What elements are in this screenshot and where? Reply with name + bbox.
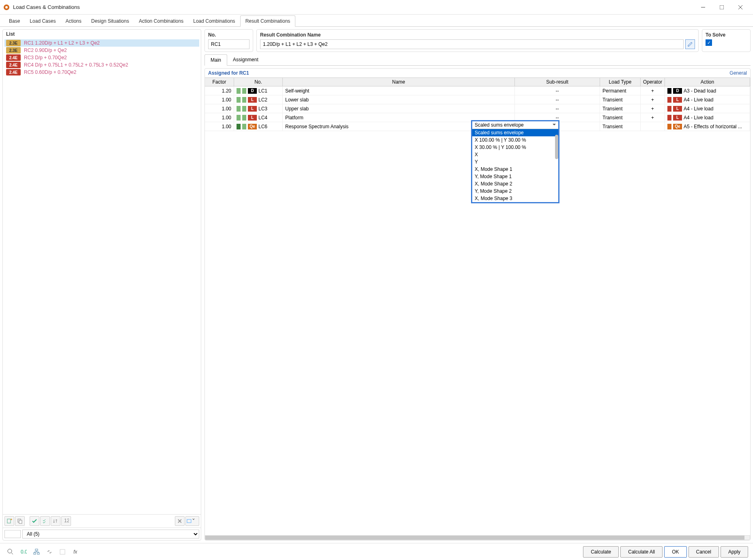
grid-body: 1.20 D LC1 Self-weight -- Permanent + D … xyxy=(205,86,750,535)
name-input[interactable] xyxy=(260,39,684,49)
cell-no: L LC3 xyxy=(234,104,283,113)
subtab-main[interactable]: Main xyxy=(204,54,227,66)
solve-checkbox[interactable]: ✓ xyxy=(706,39,712,46)
cell-action: L A4 - Live load xyxy=(665,95,750,104)
subtab-assignment[interactable]: Assignment xyxy=(227,54,264,65)
table-row[interactable]: 1.00 L LC2 Lower slab -- Transient + L A… xyxy=(205,95,750,104)
col-action[interactable]: Action xyxy=(665,78,750,86)
dropdown-item[interactable]: X, Mode Shape 2 xyxy=(472,180,558,187)
dropdown-item[interactable]: Scaled sums envelope xyxy=(472,129,558,136)
minimize-button[interactable] xyxy=(694,1,712,14)
col-no[interactable]: No. xyxy=(234,78,283,86)
filter-color[interactable] xyxy=(4,530,21,538)
delete-icon[interactable] xyxy=(175,516,185,526)
main-tabs: BaseLoad CasesActionsDesign SituationsAc… xyxy=(0,15,753,27)
color-swatch xyxy=(237,106,241,112)
assign-title: Assigned for RC1 xyxy=(208,70,249,76)
horizontal-scrollbar[interactable] xyxy=(205,535,750,540)
col-name[interactable]: Name xyxy=(283,78,515,86)
maximize-button[interactable] xyxy=(712,1,731,14)
list-item-text: RC3 D/p + 0.70Qe2 xyxy=(24,55,67,60)
type-badge: Qe xyxy=(673,124,682,129)
cell-load: Transient xyxy=(600,122,641,131)
dropdown-item[interactable]: X, Mode Shape 3 xyxy=(472,195,558,202)
col-sub[interactable]: Sub-result xyxy=(515,78,600,86)
zoom-icon[interactable] xyxy=(5,546,16,558)
filter-select[interactable]: All (5) xyxy=(22,530,199,538)
col-load[interactable]: Load Type xyxy=(600,78,641,86)
col-factor[interactable]: Factor xyxy=(205,78,234,86)
type-badge: L xyxy=(248,97,257,103)
dropdown-item[interactable]: X 100.00 % | Y 30.00 % xyxy=(472,136,558,144)
color-swatch xyxy=(667,106,671,112)
svg-rect-25 xyxy=(60,549,65,554)
tab-load-combinations[interactable]: Load Combinations xyxy=(188,16,240,26)
script-icon[interactable] xyxy=(57,546,68,558)
color-swatch xyxy=(667,97,671,103)
units-icon[interactable]: 0.00 xyxy=(18,546,29,558)
number-icon[interactable]: 12 xyxy=(61,516,71,526)
copy-icon[interactable] xyxy=(15,516,25,526)
calculate-all-button[interactable]: Calculate All xyxy=(620,546,663,558)
no-field-group: No. xyxy=(204,29,253,52)
list-badge: 2.3E xyxy=(6,47,21,54)
tab-design-situations[interactable]: Design Situations xyxy=(86,16,134,26)
ok-button[interactable]: OK xyxy=(664,546,686,558)
tab-load-cases[interactable]: Load Cases xyxy=(25,16,60,26)
cell-name: Upper slab xyxy=(283,104,515,113)
calculate-button[interactable]: Calculate xyxy=(583,546,619,558)
close-button[interactable] xyxy=(731,1,750,14)
col-op[interactable]: Operator xyxy=(641,78,665,86)
lc-label: LC4 xyxy=(258,115,267,121)
table-row[interactable]: 1.20 D LC1 Self-weight -- Permanent + D … xyxy=(205,86,750,95)
footer: 0.00 fx Calculate Calculate All OK Cance… xyxy=(0,543,753,560)
function-icon[interactable]: fx xyxy=(70,546,81,558)
apply-button[interactable]: Apply xyxy=(721,546,748,558)
dropdown-item[interactable]: X, Mode Shape 1 xyxy=(472,166,558,173)
cell-load: Transient xyxy=(600,95,641,104)
action-label: A4 - Live load xyxy=(684,106,713,112)
general-link[interactable]: General xyxy=(729,70,747,76)
new-icon[interactable] xyxy=(4,516,14,526)
check-icon[interactable] xyxy=(30,516,39,526)
cell-op: + xyxy=(641,86,665,95)
check-all-icon[interactable] xyxy=(40,516,50,526)
window-controls xyxy=(694,1,750,14)
lc-label: LC6 xyxy=(258,124,267,129)
type-badge: L xyxy=(673,97,682,103)
dropdown-item[interactable]: X 30.00 % | Y 100.00 % xyxy=(472,144,558,151)
dropdown-item[interactable]: X xyxy=(472,151,558,158)
list-item[interactable]: 2.4ERC3 D/p + 0.70Qe2 xyxy=(4,54,199,61)
dropdown-item[interactable]: Y, Mode Shape 1 xyxy=(472,173,558,180)
dropdown-scrollbar[interactable] xyxy=(555,135,558,159)
tab-action-combinations[interactable]: Action Combinations xyxy=(134,16,188,26)
tree-icon[interactable] xyxy=(31,546,42,558)
list-header: List xyxy=(3,30,201,39)
cancel-button[interactable]: Cancel xyxy=(688,546,719,558)
color-swatch xyxy=(237,124,241,129)
sub-result-dropdown[interactable]: Scaled sums envelopeScaled sums envelope… xyxy=(471,120,559,203)
list-item-text: RC4 D/p + 0.75L1 + 0.75L2 + 0.75L3 + 0.5… xyxy=(24,62,128,68)
dropdown-selected[interactable]: Scaled sums envelope xyxy=(472,121,558,129)
no-input[interactable] xyxy=(208,39,250,49)
window-title: Load Cases & Combinations xyxy=(13,4,694,10)
sort-icon[interactable] xyxy=(51,516,60,526)
view-mode-icon[interactable] xyxy=(185,516,199,526)
list-item[interactable]: 2.4ERC5 0.60D/p + 0.70Qe2 xyxy=(4,69,199,76)
table-row[interactable]: 1.00 L LC3 Upper slab -- Transient + L A… xyxy=(205,104,750,113)
dropdown-item[interactable]: Y, Mode Shape 2 xyxy=(472,187,558,195)
tab-result-combinations[interactable]: Result Combinations xyxy=(240,15,296,27)
type-badge: L xyxy=(248,106,257,112)
edit-name-button[interactable] xyxy=(685,39,695,49)
svg-text:fx: fx xyxy=(73,549,77,555)
list-item[interactable]: 2.3ERC2 0.90D/p + Qe2 xyxy=(4,47,199,54)
color-swatch xyxy=(237,88,241,94)
cell-sub: -- xyxy=(515,95,600,104)
list-item[interactable]: 2.4ERC4 D/p + 0.75L1 + 0.75L2 + 0.75L3 +… xyxy=(4,61,199,69)
dropdown-item[interactable]: Y xyxy=(472,158,558,166)
tab-base[interactable]: Base xyxy=(4,16,25,26)
link-icon[interactable] xyxy=(44,546,55,558)
list-item[interactable]: 2.3ERC1 1.20D/p + L1 + L2 + L3 + Qe2 xyxy=(4,39,199,47)
tab-actions[interactable]: Actions xyxy=(60,16,86,26)
svg-point-15 xyxy=(8,549,12,553)
